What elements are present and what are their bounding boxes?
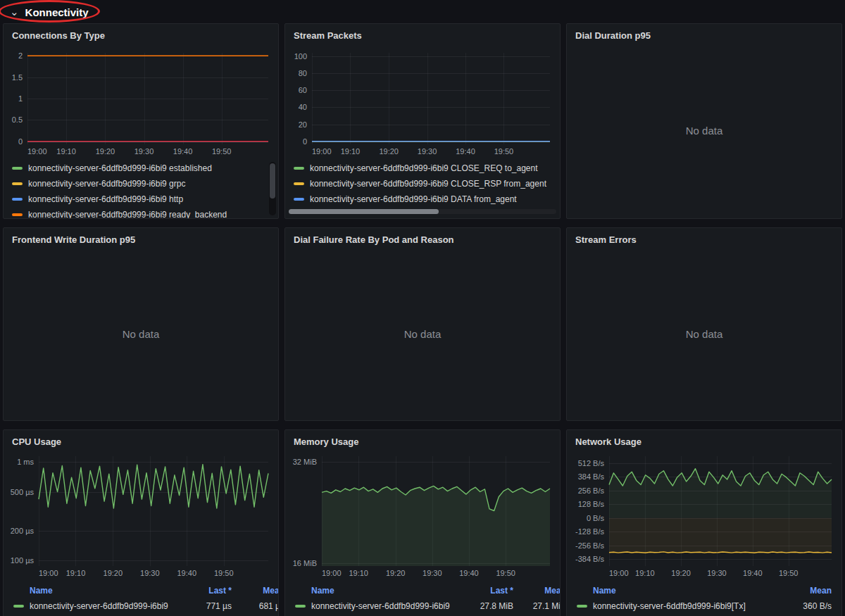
plot-area [288, 451, 553, 579]
panel-connections-by-type: Connections By Type 21.510.5019:0019:101… [3, 23, 279, 219]
stat-value: 771 µs [179, 601, 232, 611]
series-label: konnectivity-server-6ddfb9d999-i6bi9 [30, 601, 168, 611]
no-data-message: No data [4, 247, 278, 420]
plot-area [6, 451, 271, 579]
no-data-message: No data [567, 247, 841, 420]
panel-title[interactable]: Memory Usage [285, 430, 560, 449]
table-row: konnectivity-server-6ddfb9d999-i6bi9[Rx]… [577, 613, 832, 616]
network-usage-chart[interactable]: 512 B/s384 B/s256 B/s128 B/s0 B/s-128 B/… [570, 451, 834, 579]
plot-area [6, 44, 271, 157]
dashboard: ⌄ Konnectivity Connections By Type 21.51… [0, 0, 845, 616]
series-label: konnectivity-server-6ddfb9d999-i6bi9 [311, 601, 450, 611]
column-header[interactable]: Name [13, 586, 179, 596]
stat-value: 681 µs [232, 601, 278, 611]
series-color-swatch [12, 167, 23, 170]
panel-stream-errors: Stream Errors No data [566, 227, 842, 421]
panel-title[interactable]: Frontend Write Duration p95 [4, 228, 278, 247]
table-row: konnectivity-server-6ddfb9d999-i6bi9[Tx]… [577, 598, 832, 613]
series-color-swatch [12, 213, 23, 216]
panel-title[interactable]: Connections By Type [4, 24, 278, 43]
series-color-swatch [13, 605, 24, 608]
panel-stream-packets: Stream Packets 10080604020019:0019:1019:… [284, 23, 561, 219]
legend-scrollbar-thumb[interactable] [270, 163, 275, 199]
plot-area [288, 44, 553, 157]
no-data-message: No data [285, 247, 560, 420]
legend-item[interactable]: konnectivity-server-6ddfb9d999-i6bi9 htt… [12, 194, 268, 204]
legend-scrollbar-track[interactable] [289, 209, 556, 214]
panel-dial-failure-rate: Dial Failure Rate By Pod and Reason No d… [284, 227, 561, 421]
column-header[interactable]: Name [577, 586, 779, 596]
series-name[interactable]: konnectivity-server-6ddfb9d999-i6bi9[Tx] [577, 601, 779, 611]
series-name[interactable]: konnectivity-server-6ddfb9d999-i6bi9 [295, 601, 461, 611]
series-color-swatch [294, 182, 304, 185]
panel-grid: Connections By Type 21.510.5019:0019:101… [1, 23, 844, 616]
column-header[interactable]: Last * [461, 586, 513, 596]
memory-usage-chart[interactable]: 32 MiB16 MiB19:0019:1019:2019:3019:4019:… [288, 451, 553, 579]
column-header[interactable]: Mean [232, 586, 278, 596]
table-header-row: NameMean [577, 583, 832, 598]
table-row: konnectivity-server-6ddfb9d999-i6bi9771 … [13, 598, 278, 613]
panel-dial-duration-p95: Dial Duration p95 No data [566, 23, 842, 219]
stats-table: NameMeankonnectivity-server-6ddfb9d999-i… [567, 579, 841, 616]
panel-title[interactable]: Stream Errors [567, 228, 841, 247]
stat-value: 360 B/s [779, 601, 832, 611]
legend-item[interactable]: konnectivity-server-6ddfb9d999-i6bi9 grp… [12, 179, 268, 189]
panel-title[interactable]: Network Usage [567, 430, 841, 449]
column-header[interactable]: Last * [179, 586, 232, 596]
legend-item[interactable]: konnectivity-server-6ddfb9d999-i6bi9 CLO… [294, 163, 550, 173]
column-header[interactable]: Mean [779, 586, 832, 596]
table-header-row: NameLast *Mean [295, 583, 560, 598]
legend: konnectivity-server-6ddfb9d999-i6bi9 est… [4, 157, 278, 218]
cpu-usage-chart[interactable]: 1 ms500 µs200 µs100 µs19:0019:1019:2019:… [6, 451, 271, 579]
panel-frontend-write-duration-p95: Frontend Write Duration p95 No data [3, 227, 279, 421]
row-header-konnectivity[interactable]: ⌄ Konnectivity [1, 3, 89, 21]
stat-value: 27.8 MiB [461, 601, 513, 611]
column-header[interactable]: Mean [513, 586, 560, 596]
legend-label: konnectivity-server-6ddfb9d999-i6bi9 est… [28, 163, 212, 173]
legend-label: konnectivity-server-6ddfb9d999-i6bi9 grp… [28, 179, 185, 189]
legend-label: konnectivity-server-6ddfb9d999-i6bi9 CLO… [310, 179, 546, 189]
row-title: Konnectivity [25, 6, 89, 18]
legend-label: konnectivity-server-6ddfb9d999-i6bi9 htt… [28, 194, 183, 204]
panel-title[interactable]: Dial Failure Rate By Pod and Reason [285, 228, 560, 247]
legend-label: konnectivity-server-6ddfb9d999-i6bi9 DAT… [310, 194, 517, 204]
panel-title[interactable]: Stream Packets [285, 24, 560, 43]
stat-value: 27.1 MiB [513, 601, 560, 611]
series-color-swatch [294, 167, 304, 170]
table-row: konnectivity-server-6ddfb9d999-i6bi927.8… [295, 598, 560, 613]
column-header[interactable]: Name [295, 586, 461, 596]
panel-title[interactable]: CPU Usage [4, 430, 278, 449]
series-color-swatch [295, 605, 306, 608]
panel-network-usage: Network Usage 512 B/s384 B/s256 B/s128 B… [566, 429, 842, 616]
series-color-swatch [12, 198, 23, 201]
no-data-message: No data [567, 43, 841, 218]
stream-packets-chart[interactable]: 10080604020019:0019:1019:2019:3019:4019:… [288, 44, 553, 157]
plot-area [570, 451, 834, 579]
series-color-swatch [577, 605, 587, 608]
series-name[interactable]: konnectivity-server-6ddfb9d999-i6bi9 [13, 601, 179, 611]
legend-scrollbar-thumb[interactable] [289, 209, 439, 214]
panel-memory-usage: Memory Usage 32 MiB16 MiB19:0019:1019:20… [284, 429, 561, 616]
panel-title[interactable]: Dial Duration p95 [567, 24, 841, 43]
legend-item[interactable]: konnectivity-server-6ddfb9d999-i6bi9 CLO… [294, 179, 550, 189]
series-color-swatch [12, 182, 23, 185]
connections-by-type-chart[interactable]: 21.510.5019:0019:1019:2019:3019:4019:50 [6, 44, 271, 157]
legend-item[interactable]: konnectivity-server-6ddfb9d999-i6bi9 rea… [12, 210, 268, 218]
legend-item[interactable]: konnectivity-server-6ddfb9d999-i6bi9 est… [12, 163, 268, 173]
chevron-down-icon[interactable]: ⌄ [10, 8, 19, 15]
legend-label: konnectivity-server-6ddfb9d999-i6bi9 CLO… [310, 163, 538, 173]
legend-label: konnectivity-server-6ddfb9d999-i6bi9 rea… [28, 210, 227, 218]
legend-item[interactable]: konnectivity-server-6ddfb9d999-i6bi9 DAT… [294, 194, 550, 204]
series-color-swatch [294, 198, 304, 201]
panel-cpu-usage: CPU Usage 1 ms500 µs200 µs100 µs19:0019:… [3, 429, 279, 616]
series-label: konnectivity-server-6ddfb9d999-i6bi9[Tx] [593, 601, 746, 611]
table-header-row: NameLast *Mean [13, 583, 278, 598]
stats-table: NameLast *Meankonnectivity-server-6ddfb9… [285, 579, 560, 616]
stats-table: NameLast *Meankonnectivity-server-6ddfb9… [4, 579, 278, 616]
